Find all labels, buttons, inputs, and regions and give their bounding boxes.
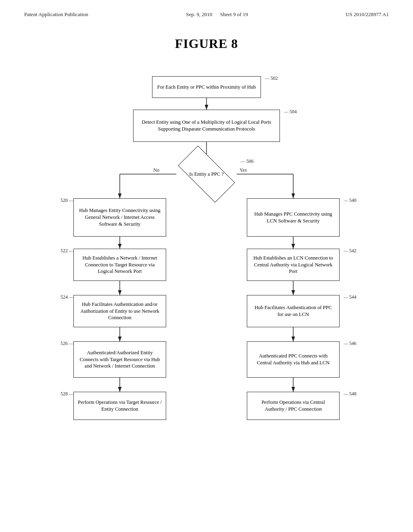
ref-526: 526 —: [60, 341, 73, 347]
ref-502: — 502: [265, 75, 278, 81]
publication-label: Patent Application Publication: [24, 11, 88, 17]
ref-524: 524 —: [60, 294, 73, 300]
node-524: Hub Facilitates Authentication and/or Au…: [73, 295, 166, 327]
node-504: Detect Entity using One of a Multiplicit…: [133, 110, 280, 142]
node-540: Hub Manages PPC Connectivity using LCN S…: [247, 198, 340, 237]
ref-548: — 548: [344, 391, 357, 397]
node-526: Authenticated/Authorized Entity Connects…: [73, 341, 166, 378]
node-522: Hub Establishes a Network / Internet Con…: [73, 249, 166, 281]
page: Patent Application Publication Sep. 9, 2…: [0, 0, 413, 532]
node-548: Perform Operations via Central Authority…: [247, 392, 340, 420]
ref-520: 520 —: [60, 197, 73, 204]
ref-504: — 504: [284, 109, 297, 115]
sheet-label: Sheet 9 of 19: [220, 11, 248, 17]
date-label: Sep. 9, 2010: [186, 11, 212, 17]
header-right: US 2010/228977 A1: [346, 11, 389, 18]
flowchart: For Each Entity or PPC within Proximity …: [33, 55, 380, 499]
ref-542: — 542: [344, 248, 357, 254]
node-528: Perform Operations via Target Resource /…: [73, 392, 166, 420]
ref-546: — 546: [344, 341, 357, 347]
header-left: Patent Application Publication: [24, 11, 88, 18]
ref-506: — 506: [241, 158, 254, 164]
ref-528: 528 —: [60, 391, 73, 397]
header-center: Sep. 9, 2010 Sheet 9 of 19: [186, 11, 248, 18]
no-label: No: [153, 167, 159, 173]
ref-544: — 544: [344, 294, 357, 300]
ref-522: 522 —: [60, 248, 73, 254]
node-502: For Each Entity or PPC within Proximity …: [152, 76, 261, 98]
header: Patent Application Publication Sep. 9, 2…: [0, 0, 413, 24]
figure-title: FIGURE 8: [0, 36, 413, 51]
yes-label: Yes: [240, 167, 247, 173]
node-506: Is Entity a PPC ?: [176, 159, 237, 189]
node-520: Hub Manages Entity Connectivity using Ge…: [73, 198, 166, 237]
node-544: Hub Facilitates Authentication of PPC fo…: [247, 295, 340, 327]
patent-number: US 2010/228977 A1: [346, 11, 389, 17]
ref-540: — 540: [344, 197, 357, 204]
node-542: Hub Establishes an LCN Connection to Cen…: [247, 249, 340, 281]
node-546: Authenticated PPC Connects with Central …: [247, 341, 340, 378]
